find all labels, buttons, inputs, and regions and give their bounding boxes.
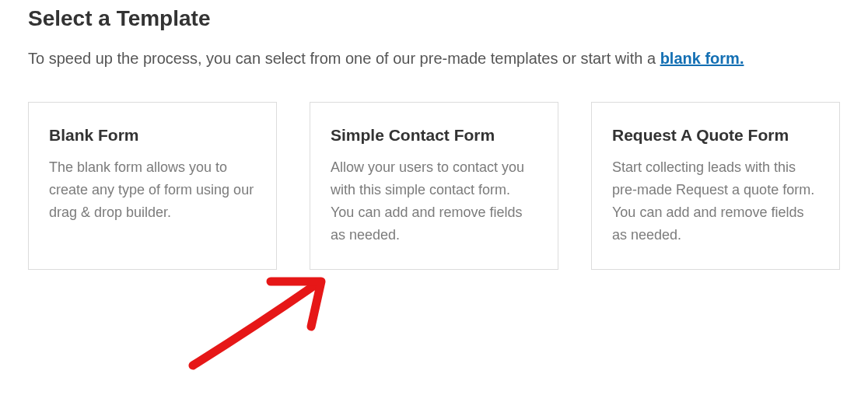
card-title: Request A Quote Form: [612, 124, 819, 145]
blank-form-link[interactable]: blank form.: [660, 50, 744, 67]
lead-text: To speed up the process, you can select …: [28, 47, 821, 71]
card-desc: Start collecting leads with this pre-mad…: [612, 156, 819, 246]
card-title: Simple Contact Form: [331, 124, 537, 145]
card-title: Blank Form: [49, 124, 256, 145]
template-card-request-quote-form[interactable]: Request A Quote Form Start collecting le…: [591, 102, 840, 270]
lead-prefix: To speed up the process, you can select …: [28, 50, 660, 67]
page-title: Select a Template: [28, 0, 840, 31]
template-cards: Blank Form The blank form allows you to …: [28, 102, 840, 270]
card-desc: The blank form allows you to create any …: [49, 156, 256, 223]
template-card-simple-contact-form[interactable]: Simple Contact Form Allow your users to …: [310, 102, 558, 270]
card-desc: Allow your users to contact you with thi…: [331, 156, 537, 246]
template-card-blank-form[interactable]: Blank Form The blank form allows you to …: [28, 102, 277, 270]
